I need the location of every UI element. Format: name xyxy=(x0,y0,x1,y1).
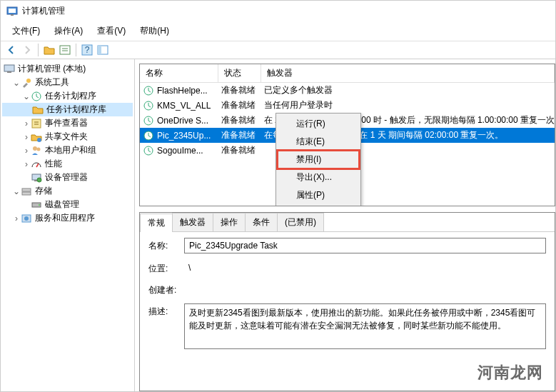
desc-field[interactable] xyxy=(184,303,546,349)
col-trigger[interactable]: 触发器 xyxy=(261,64,555,82)
menu-file[interactable]: 文件(F) xyxy=(5,23,47,39)
tree-device-manager[interactable]: 设备管理器 xyxy=(2,171,133,184)
task-row[interactable]: KMS_VL_ALL准备就绪当任何用户登录时 xyxy=(140,98,555,113)
shared-icon xyxy=(31,131,42,143)
menu-action[interactable]: 操作(A) xyxy=(47,23,90,39)
clock-icon xyxy=(143,85,154,96)
forward-icon[interactable] xyxy=(21,44,34,56)
desc-label: 描述: xyxy=(148,303,184,318)
tree-storage[interactable]: ⌄ 存储 xyxy=(2,184,133,198)
svg-point-10 xyxy=(26,79,31,83)
task-name: FlashHelpe... xyxy=(157,86,221,96)
svg-point-24 xyxy=(24,216,29,221)
services-icon xyxy=(21,213,32,224)
ctx-delete[interactable]: 删除(D) xyxy=(278,204,359,206)
svg-point-18 xyxy=(37,178,41,182)
expand-icon[interactable]: › xyxy=(22,159,31,169)
svg-rect-2 xyxy=(11,14,14,16)
help-icon[interactable]: ? xyxy=(81,44,93,56)
watermark: 河南龙网 xyxy=(477,362,543,383)
ctx-run[interactable]: 运行(R) xyxy=(278,115,359,133)
tree-task-scheduler[interactable]: ⌄ 任务计划程序 xyxy=(2,89,133,103)
tab-triggers[interactable]: 触发器 xyxy=(172,213,213,231)
col-status[interactable]: 状态 xyxy=(218,64,261,82)
window-title: 计算机管理 xyxy=(22,5,65,17)
ctx-disable[interactable]: 禁用(I) xyxy=(278,151,359,169)
content-pane: 名称 状态 触发器 FlashHelpe...准备就绪已定义多个触发器KMS_V… xyxy=(135,59,555,391)
clock-icon xyxy=(31,91,42,102)
tree-event-viewer[interactable]: › 事件查看器 xyxy=(2,116,133,130)
tab-conditions[interactable]: 条件 xyxy=(245,213,278,231)
svg-rect-12 xyxy=(32,119,41,128)
author-value xyxy=(184,282,546,296)
titlebar: 计算机管理 xyxy=(1,1,555,21)
app-icon xyxy=(6,6,18,17)
device-icon xyxy=(31,172,42,184)
tree-local-users[interactable]: › 本地用户和组 xyxy=(2,144,133,157)
tree-task-library[interactable]: 任务计划程序库 xyxy=(2,103,133,116)
ctx-properties[interactable]: 属性(P) xyxy=(278,186,359,204)
task-name: Pic_2345Up... xyxy=(157,131,221,141)
tree-shared-folders[interactable]: › 共享文件夹 xyxy=(2,130,133,144)
toolbar-separator xyxy=(38,44,39,56)
tree-services-apps[interactable]: › 服务和应用程序 xyxy=(2,211,133,225)
expand-icon[interactable]: › xyxy=(22,119,31,129)
tree-disk-management[interactable]: 磁盘管理 xyxy=(2,198,133,211)
svg-rect-9 xyxy=(7,71,11,73)
collapse-icon[interactable]: ⌄ xyxy=(22,91,31,101)
name-label: 名称: xyxy=(148,238,184,252)
clock-icon xyxy=(143,145,154,156)
toolbar-separator xyxy=(76,44,76,56)
collapse-icon[interactable]: ⌄ xyxy=(12,186,21,196)
tab-actions[interactable]: 操作 xyxy=(213,213,246,231)
expand-icon[interactable]: › xyxy=(22,132,31,142)
svg-rect-20 xyxy=(22,192,31,195)
name-field[interactable]: Pic_2345Upgrade Task xyxy=(184,238,546,253)
tree-system-tools[interactable]: ⌄ 系统工具 xyxy=(2,76,133,89)
ctx-export[interactable]: 导出(X)... xyxy=(278,169,359,186)
expand-icon[interactable]: › xyxy=(12,213,21,223)
context-menu: 运行(R) 结束(E) 禁用(I) 导出(X)... 属性(P) 删除(D) xyxy=(276,113,361,206)
expand-icon[interactable]: › xyxy=(22,146,31,156)
users-icon xyxy=(31,145,42,156)
panel-icon[interactable] xyxy=(96,44,109,56)
folder-icon[interactable] xyxy=(43,44,56,56)
disk-icon xyxy=(31,199,42,211)
svg-point-13 xyxy=(37,138,41,142)
event-icon xyxy=(31,118,42,129)
task-status: 准备就绪 xyxy=(221,99,264,111)
task-trigger: 已定义多个触发器 xyxy=(264,84,555,96)
folder-icon xyxy=(32,104,44,116)
svg-rect-3 xyxy=(60,46,70,54)
ctx-end[interactable]: 结束(E) xyxy=(278,133,359,151)
task-trigger: 当任何用户登录时 xyxy=(264,99,555,111)
tree-performance[interactable]: › 性能 xyxy=(2,157,133,171)
new-task-icon[interactable] xyxy=(59,44,71,56)
tools-icon xyxy=(21,77,32,89)
collapse-icon[interactable]: ⌄ xyxy=(12,78,21,88)
task-row[interactable]: FlashHelpe...准备就绪已定义多个触发器 xyxy=(140,83,555,98)
task-name: KMS_VL_ALL xyxy=(157,101,221,111)
col-name[interactable]: 名称 xyxy=(140,64,218,82)
svg-rect-19 xyxy=(22,189,31,191)
author-label: 创建者: xyxy=(148,282,184,296)
location-value: \ xyxy=(184,261,546,275)
perf-icon xyxy=(31,159,42,170)
tree-root[interactable]: 计算机管理 (本地) xyxy=(2,62,133,76)
clock-icon xyxy=(143,115,154,126)
tab-settings-suffix[interactable]: (已禁用) xyxy=(277,213,324,231)
back-icon[interactable] xyxy=(5,44,18,56)
task-status: 准备就绪 xyxy=(221,114,264,126)
menu-view[interactable]: 查看(V) xyxy=(90,23,133,39)
task-list: 名称 状态 触发器 FlashHelpe...准备就绪已定义多个触发器KMS_V… xyxy=(139,64,555,206)
tree-pane: 计算机管理 (本地) ⌄ 系统工具 ⌄ 任务计划程序 任务计划程序库 › 事件查… xyxy=(1,59,135,391)
clock-icon xyxy=(143,100,154,111)
general-form: 名称: Pic_2345Upgrade Task 位置: \ 创建者: 描述: xyxy=(140,232,555,362)
menubar: 文件(F) 操作(A) 查看(V) 帮助(H) xyxy=(1,21,555,41)
task-status: 准备就绪 xyxy=(221,144,264,156)
svg-text:?: ? xyxy=(85,45,90,55)
task-name: OneDrive S... xyxy=(157,116,221,126)
toolbar: ? xyxy=(1,41,555,59)
tab-general[interactable]: 常规 xyxy=(140,213,173,232)
menu-help[interactable]: 帮助(H) xyxy=(133,23,176,39)
